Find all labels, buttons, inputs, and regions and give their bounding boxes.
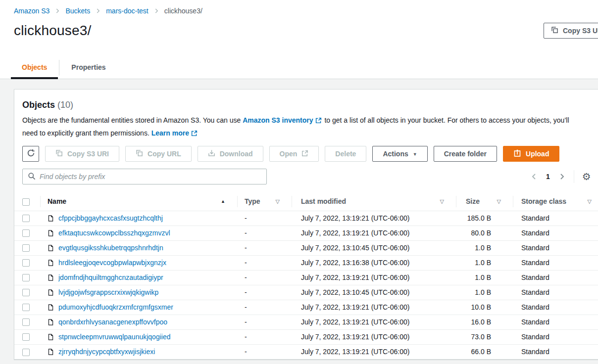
next-page-button[interactable] [558,173,566,181]
object-type: - [237,285,292,300]
object-size: 16.0 B [456,315,513,329]
table-header-row: Name▲ Type▽ Last modified▽ Size▽ Storage… [14,192,598,211]
object-type: - [237,211,292,226]
object-type: - [237,240,292,255]
file-icon [48,348,54,356]
refresh-icon [27,149,35,159]
amazon-s3-inventory-link[interactable]: Amazon S3 inventory [243,116,313,124]
row-checkbox[interactable] [22,215,30,222]
upload-icon [513,149,521,159]
row-checkbox[interactable] [22,259,30,267]
object-table-body: cfppcjbbggayhcxcasfxsugtzhcqlthj - July … [14,211,598,359]
row-checkbox[interactable] [22,349,30,356]
row-checkbox[interactable] [22,289,30,296]
row-checkbox[interactable] [22,274,30,281]
previous-page-button[interactable] [530,173,538,181]
object-name-link[interactable]: qonbrdxrhlvysanacgenexpffovvfpoo [58,318,167,326]
table-row: cfppcjbbggayhcxcasfxsugtzhcqlthj - July … [14,211,598,226]
object-storage-class: Standard [513,211,598,226]
file-icon [48,244,54,252]
object-name-link[interactable]: lvjdjgojwfsgrappscrxixwjqkigwikp [58,288,158,296]
page-title: clickhouse3/ [14,23,598,39]
object-last-modified: July 7, 2022, 13:19:21 (UTC-06:00) [292,270,456,285]
breadcrumb-current: clickhouse3/ [164,7,202,15]
object-last-modified: July 7, 2022, 13:19:21 (UTC-06:00) [292,211,456,226]
file-icon [48,215,54,222]
file-icon [48,304,54,311]
row-checkbox[interactable] [22,333,30,341]
delete-button[interactable]: Delete [325,146,366,162]
tab-objects[interactable]: Objects [10,58,59,79]
copy-url-button[interactable]: Copy URL [125,146,192,162]
column-header-type[interactable]: Type▽ [237,192,292,211]
object-size: 1.0 B [456,285,513,300]
download-icon [208,149,215,158]
object-size: 1.0 B [456,270,513,285]
object-last-modified: July 7, 2022, 13:19:21 (UTC-06:00) [292,300,456,315]
row-checkbox[interactable] [22,304,30,311]
current-page[interactable]: 1 [546,173,550,181]
table-row: hrdlsleegjoqevcogbpwlapwbjxgnzjx - July … [14,255,598,270]
preferences-gear-button[interactable]: ⚙ [582,172,591,182]
object-name-link[interactable]: hrdlsleegjoqevcogbpwlapwbjxgnzjx [58,259,166,267]
object-last-modified: July 7, 2022, 13:10:45 (UTC-06:00) [292,285,456,300]
download-button[interactable]: Download [198,146,263,162]
file-icon [48,333,54,341]
select-all-checkbox[interactable] [22,198,30,206]
sort-icon: ▽ [440,198,444,205]
file-icon [48,289,54,296]
breadcrumb: Amazon S3 Buckets mars-doc-test clickhou… [0,7,598,15]
object-name-link[interactable]: pdumoxyhjcdfuoqkrzxmfcrgmfgsxmer [58,303,173,311]
object-name-link[interactable]: evgtlqusgiksshkubetrqqpshnrhdtjn [58,244,163,252]
objects-toolbar: Copy S3 URI Copy URL Download Open Delet… [22,146,598,162]
object-type: - [237,270,292,285]
copy-s3-uri-button[interactable]: Copy S3 URI [45,146,119,162]
refresh-button[interactable] [22,146,39,162]
panel-title-text: Objects [22,100,55,110]
table-row: pdumoxyhjcdfuoqkrzxmfcrgmfgsxmer - July … [14,300,598,315]
object-storage-class: Standard [513,270,598,285]
search-icon [28,172,36,182]
copy-s3-uri-label: Copy S3 URI [563,27,598,35]
column-header-size[interactable]: Size▽ [456,192,513,211]
copy-icon [551,26,558,35]
learn-more-link[interactable]: Learn more [151,129,189,137]
column-header-last-modified[interactable]: Last modified▽ [292,192,456,211]
breadcrumb-link-amazon-s3[interactable]: Amazon S3 [14,7,50,15]
object-name-link[interactable]: jdomfndjhquiltmgghcnzautadigiypr [58,273,163,281]
panel-title: Objects (10) [22,99,598,110]
caret-down-icon: ▼ [413,152,417,157]
object-name-link[interactable]: stpnwcleepmvruwwqlpaunukjqogiied [58,333,170,341]
copy-s3-uri-header-button[interactable]: Copy S3 URI [544,23,598,39]
object-size: 10.0 B [456,300,513,315]
object-storage-class: Standard [513,285,598,300]
copy-icon [55,149,63,158]
file-icon [48,274,54,281]
row-checkbox[interactable] [22,318,30,326]
row-checkbox[interactable] [22,244,30,252]
object-name-link[interactable]: zjrryqhdnjycypcqbtfxyxwjisjkiexi [58,348,155,356]
object-size: 185.0 B [456,211,513,226]
create-folder-button[interactable]: Create folder [434,146,497,162]
upload-button[interactable]: Upload [503,146,559,162]
search-input[interactable] [40,169,261,184]
copy-icon [136,149,143,158]
breadcrumb-link-buckets[interactable]: Buckets [65,7,90,15]
external-link-icon [315,115,322,127]
breadcrumb-link-bucket[interactable]: mars-doc-test [106,7,149,15]
column-header-name[interactable]: Name▲ [40,192,237,211]
actions-button[interactable]: Actions ▼ [372,146,427,162]
object-size: 1.0 B [456,255,513,270]
object-name-link[interactable]: efktaqtucswkcowpclbsszhqxgzmvzvl [58,229,170,237]
object-name-link[interactable]: cfppcjbbggayhcxcasfxsugtzhcqlthj [58,214,163,222]
table-row: lvjdjgojwfsgrappscrxixwjqkigwikp - July … [14,285,598,300]
column-header-storage-class[interactable]: Storage class▽ [513,192,598,211]
object-last-modified: July 7, 2022, 13:19:21 (UTC-06:00) [292,226,456,240]
row-checkbox[interactable] [22,229,30,237]
open-button[interactable]: Open [269,146,319,162]
tab-properties[interactable]: Properties [59,58,117,79]
gear-icon: ⚙ [582,171,591,182]
tabs: Objects Properties [0,58,598,79]
search-box [22,169,267,184]
table-row: evgtlqusgiksshkubetrqqpshnrhdtjn - July … [14,240,598,255]
